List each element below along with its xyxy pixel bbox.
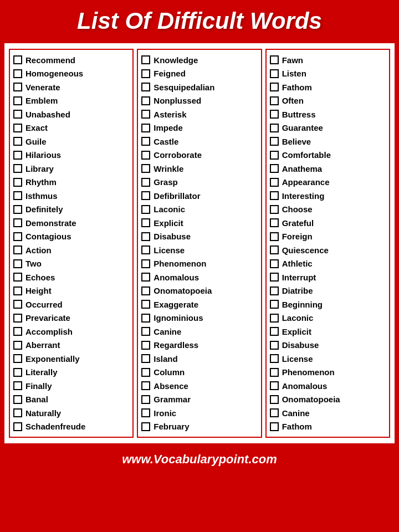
checkbox-icon[interactable] — [13, 273, 22, 282]
list-item[interactable]: Laconic — [269, 311, 387, 325]
list-item[interactable]: Regardless — [140, 339, 258, 352]
list-item[interactable]: Echoes — [12, 270, 130, 284]
checkbox-icon[interactable] — [141, 96, 150, 105]
list-item[interactable]: Impede — [140, 121, 258, 135]
list-item[interactable]: Anomalous — [269, 379, 387, 393]
list-item[interactable]: Rhythm — [12, 176, 130, 190]
checkbox-icon[interactable] — [13, 55, 22, 64]
checkbox-icon[interactable] — [270, 368, 279, 377]
list-item[interactable]: Height — [12, 284, 130, 298]
checkbox-icon[interactable] — [141, 300, 150, 309]
list-item[interactable]: Exponentially — [12, 352, 130, 366]
checkbox-icon[interactable] — [13, 232, 22, 241]
checkbox-icon[interactable] — [141, 273, 150, 282]
list-item[interactable]: Naturally — [12, 406, 130, 420]
list-item[interactable]: February — [140, 420, 258, 434]
list-item[interactable]: Prevaricate — [12, 311, 130, 325]
checkbox-icon[interactable] — [141, 232, 150, 241]
list-item[interactable]: Wrinkle — [140, 162, 258, 176]
checkbox-icon[interactable] — [270, 96, 279, 105]
checkbox-icon[interactable] — [13, 287, 22, 295]
checkbox-icon[interactable] — [270, 408, 279, 417]
list-item[interactable]: Athletic — [269, 257, 387, 271]
list-item[interactable]: Grasp — [140, 176, 258, 190]
checkbox-icon[interactable] — [270, 273, 279, 282]
checkbox-icon[interactable] — [141, 205, 150, 214]
checkbox-icon[interactable] — [13, 327, 22, 336]
checkbox-icon[interactable] — [13, 69, 22, 78]
checkbox-icon[interactable] — [270, 205, 279, 214]
checkbox-icon[interactable] — [13, 395, 22, 404]
checkbox-icon[interactable] — [270, 69, 279, 78]
list-item[interactable]: Choose — [269, 203, 387, 217]
checkbox-icon[interactable] — [13, 354, 22, 363]
checkbox-icon[interactable] — [141, 124, 150, 132]
checkbox-icon[interactable] — [141, 110, 150, 119]
checkbox-icon[interactable] — [270, 259, 279, 268]
checkbox-icon[interactable] — [270, 164, 279, 173]
checkbox-icon[interactable] — [270, 354, 279, 363]
list-item[interactable]: Hilarious — [12, 149, 130, 162]
list-item[interactable]: Sesquipedalian — [140, 80, 258, 94]
checkbox-icon[interactable] — [270, 110, 279, 119]
list-item[interactable]: Two — [12, 257, 130, 271]
checkbox-icon[interactable] — [141, 191, 150, 200]
list-item[interactable]: Onomatopoeia — [269, 393, 387, 407]
checkbox-icon[interactable] — [141, 69, 150, 78]
list-item[interactable]: Disabuse — [140, 230, 258, 244]
checkbox-icon[interactable] — [13, 205, 22, 214]
checkbox-icon[interactable] — [141, 151, 150, 160]
list-item[interactable]: Phenomenon — [269, 366, 387, 380]
checkbox-icon[interactable] — [141, 395, 150, 404]
list-item[interactable]: Corroborate — [140, 149, 258, 162]
checkbox-icon[interactable] — [141, 408, 150, 417]
checkbox-icon[interactable] — [270, 151, 279, 160]
list-item[interactable]: Asterisk — [140, 108, 258, 121]
list-item[interactable]: Guarantee — [269, 121, 387, 135]
checkbox-icon[interactable] — [141, 218, 150, 227]
checkbox-icon[interactable] — [141, 354, 150, 363]
checkbox-icon[interactable] — [141, 83, 150, 91]
list-item[interactable]: Unabashed — [12, 108, 130, 121]
checkbox-icon[interactable] — [270, 341, 279, 350]
list-item[interactable]: Disabuse — [269, 339, 387, 352]
list-item[interactable]: Grammar — [140, 393, 258, 407]
checkbox-icon[interactable] — [270, 55, 279, 64]
list-item[interactable]: Appearance — [269, 176, 387, 190]
list-item[interactable]: Anomalous — [140, 270, 258, 284]
checkbox-icon[interactable] — [13, 191, 22, 200]
list-item[interactable]: Quiescence — [269, 243, 387, 257]
list-item[interactable]: Absence — [140, 379, 258, 393]
checkbox-icon[interactable] — [13, 178, 22, 187]
list-item[interactable]: Foreign — [269, 230, 387, 244]
list-item[interactable]: Finally — [12, 379, 130, 393]
checkbox-icon[interactable] — [13, 164, 22, 173]
checkbox-icon[interactable] — [141, 55, 150, 64]
list-item[interactable]: Column — [140, 366, 258, 380]
list-item[interactable]: Ignominious — [140, 311, 258, 325]
checkbox-icon[interactable] — [141, 314, 150, 323]
checkbox-icon[interactable] — [141, 137, 150, 146]
list-item[interactable]: Grateful — [269, 216, 387, 230]
checkbox-icon[interactable] — [270, 178, 279, 187]
checkbox-icon[interactable] — [141, 368, 150, 377]
checkbox-icon[interactable] — [270, 287, 279, 295]
checkbox-icon[interactable] — [13, 314, 22, 323]
checkbox-icon[interactable] — [270, 232, 279, 241]
checkbox-icon[interactable] — [13, 259, 22, 268]
list-item[interactable]: Explicit — [269, 325, 387, 339]
checkbox-icon[interactable] — [270, 83, 279, 91]
list-item[interactable]: Nonplussed — [140, 94, 258, 108]
checkbox-icon[interactable] — [270, 422, 279, 431]
list-item[interactable]: Exact — [12, 121, 130, 135]
list-item[interactable]: Schadenfreude — [12, 420, 130, 434]
checkbox-icon[interactable] — [13, 245, 22, 254]
list-item[interactable]: Laconic — [140, 203, 258, 217]
list-item[interactable]: Demonstrate — [12, 216, 130, 230]
list-item[interactable]: Emblem — [12, 94, 130, 108]
checkbox-icon[interactable] — [270, 314, 279, 323]
checkbox-icon[interactable] — [270, 137, 279, 146]
checkbox-icon[interactable] — [141, 245, 150, 254]
list-item[interactable]: Ironic — [140, 406, 258, 420]
checkbox-icon[interactable] — [13, 110, 22, 119]
